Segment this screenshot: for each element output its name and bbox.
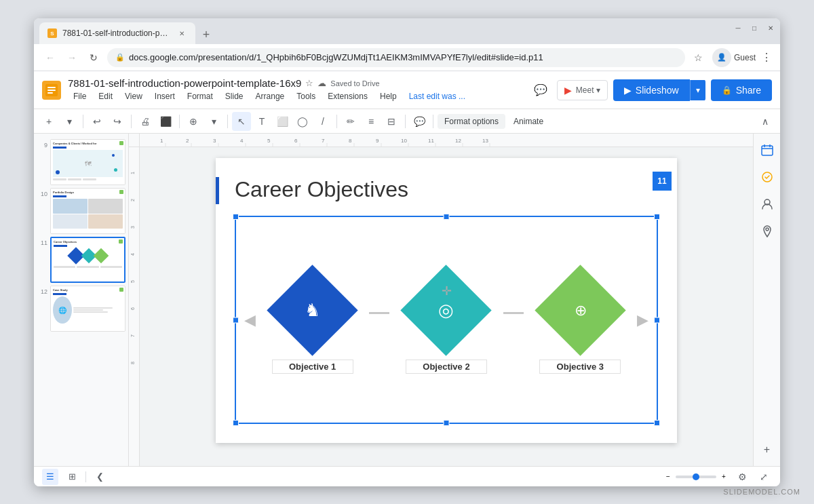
sidebar-calendar-icon[interactable] — [756, 139, 778, 161]
layout-button[interactable]: ⊟ — [382, 112, 401, 131]
comments-button[interactable]: 💬 — [530, 79, 551, 101]
meet-button[interactable]: ▶ Meet ▾ — [557, 80, 608, 100]
minimize-button[interactable]: ─ — [734, 24, 742, 32]
objective-1: ♞ Objective 1 — [265, 266, 360, 374]
meet-icon: ▶ — [564, 85, 572, 96]
expand-button[interactable]: ⤢ — [756, 469, 772, 485]
pen-button[interactable]: ✏ — [341, 112, 360, 131]
slide-panel: 9 Companies & Clients / Worked for 🗺 — [34, 134, 129, 466]
slideshow-button[interactable]: ▶ Slideshow — [613, 79, 690, 101]
toolbar-separator-3 — [179, 115, 180, 128]
diamond-wrapper-3: ⊕ — [532, 266, 627, 354]
menu-arrange[interactable]: Arrange — [250, 90, 290, 102]
sidebar-maps-icon[interactable] — [756, 220, 778, 242]
url-bar[interactable]: 🔒 docs.google.com/presentation/d/1_QHpbi… — [107, 48, 685, 67]
format-options-button[interactable]: Format options — [438, 114, 505, 129]
tab-bar: S 7881-01-self-introduction-powe... ✕ + … — [34, 18, 780, 44]
toolbar-separator-2 — [131, 115, 132, 128]
zoom-slider[interactable] — [676, 476, 716, 478]
star-icon[interactable]: ☆ — [305, 78, 313, 88]
slideshow-dropdown-button[interactable]: ▾ — [690, 80, 705, 100]
svg-point-44 — [766, 228, 769, 231]
vertical-ruler: 1 2 3 4 5 6 7 8 — [129, 147, 140, 466]
maximize-button[interactable]: □ — [750, 24, 758, 32]
settings-button[interactable]: ⚙ — [734, 469, 750, 485]
menu-insert[interactable]: Insert — [149, 90, 180, 102]
align-button[interactable]: ≡ — [362, 112, 381, 131]
ruler-marks: 1 2 3 4 5 6 7 8 9 10 11 12 13 — [140, 134, 753, 147]
tab-close-button[interactable]: ✕ — [176, 28, 187, 39]
chess-icon: ♞ — [305, 300, 320, 321]
animate-label: Animate — [513, 117, 543, 126]
target-icon: ◎ — [438, 300, 454, 321]
browser-actions: ☆ 👤 Guest ⋮ — [691, 48, 772, 67]
text-button[interactable]: T — [252, 112, 271, 131]
menu-view[interactable]: View — [119, 90, 148, 102]
menu-tools[interactable]: Tools — [291, 90, 321, 102]
comment-button[interactable]: 💬 — [410, 112, 429, 131]
share-button[interactable]: 🔒 Share — [711, 79, 772, 101]
guest-label: Guest — [734, 53, 756, 62]
zoom-button[interactable]: ⊕ — [184, 112, 203, 131]
diamond-wrapper-1: ♞ — [265, 266, 360, 354]
slide-thumb-9[interactable]: Companies & Clients / Worked for 🗺 — [50, 139, 125, 185]
slide-thumb-10[interactable]: Portfolio Design — [50, 188, 125, 234]
slideshow-group: ▶ Slideshow ▾ — [613, 79, 705, 101]
canvas-area[interactable]: Career Objectives 11 — [140, 147, 753, 466]
zoom-out-button[interactable]: − — [663, 472, 673, 482]
bookmark-icon[interactable]: ☆ — [691, 50, 707, 66]
animate-button[interactable]: Animate — [507, 114, 550, 129]
sidebar-add-button[interactable]: + — [756, 439, 778, 461]
browser-menu-button[interactable]: ⋮ — [761, 51, 772, 64]
zoom-dropdown[interactable]: ▾ — [204, 112, 223, 131]
paint-format-button[interactable]: ⬛ — [156, 112, 175, 131]
toolbar: + ▾ ↩ ↪ 🖨 ⬛ ⊕ ▾ ↖ T ⬜ ◯ / ✏ ≡ ⊟ 💬 Format… — [34, 109, 780, 134]
close-button[interactable]: ✕ — [767, 24, 775, 32]
image-button[interactable]: ⬜ — [273, 112, 292, 131]
share-lock-icon: 🔒 — [722, 85, 732, 95]
zoom-in-button[interactable]: + — [719, 472, 729, 482]
bottom-bar: ☰ ⊞ ❮ − + ⚙ ⤢ — [34, 466, 780, 486]
menu-help[interactable]: Help — [374, 90, 402, 102]
menu-extensions[interactable]: Extensions — [322, 90, 373, 102]
menu-file[interactable]: File — [68, 90, 92, 102]
undo-button[interactable]: ↩ — [88, 112, 106, 131]
redo-button[interactable]: ↪ — [108, 112, 127, 131]
profile-button[interactable]: 👤 — [712, 48, 731, 67]
lock-icon: 🔒 — [115, 53, 125, 62]
toolbar-separator-6 — [405, 115, 406, 128]
menu-format[interactable]: Format — [182, 90, 218, 102]
line-button[interactable]: / — [313, 112, 332, 131]
grid-view-button[interactable]: ⊞ — [64, 469, 80, 485]
slide-thumb-12[interactable]: Case Study 🌐 — [50, 286, 125, 332]
forward-button[interactable]: → — [64, 50, 80, 66]
toolbar-right: ∧ — [756, 112, 775, 131]
collapse-toolbar-button[interactable]: ∧ — [756, 112, 775, 131]
active-tab[interactable]: S 7881-01-self-introduction-powe... ✕ — [39, 22, 195, 44]
cursor-button[interactable]: ↖ — [232, 112, 251, 131]
menu-edit[interactable]: Edit — [93, 90, 118, 102]
svg-text:3: 3 — [130, 226, 135, 229]
shapes-button[interactable]: ◯ — [293, 112, 312, 131]
diamond-3: ⊕ — [535, 265, 625, 355]
print-button[interactable]: 🖨 — [136, 112, 155, 131]
doc-info: 7881-01-self-introduction-powerpoint-tem… — [68, 77, 523, 102]
sidebar-contacts-icon[interactable] — [756, 193, 778, 215]
back-button[interactable]: ← — [42, 50, 58, 66]
slide-thumb-11[interactable]: Career Objectives — [50, 237, 125, 283]
collapse-panel-button[interactable]: ❮ — [92, 469, 108, 485]
slide-thumb-container-11: 11 Career Objectives — [37, 237, 125, 283]
profile-area[interactable]: 👤 Guest — [712, 48, 756, 67]
menu-last-edit[interactable]: Last edit was ... — [404, 90, 471, 102]
toolbar-separator-5 — [336, 115, 337, 128]
svg-text:6: 6 — [294, 138, 298, 144]
sidebar-tasks-icon[interactable] — [756, 166, 778, 188]
list-view-button[interactable]: ☰ — [42, 469, 58, 485]
objectives-diagram[interactable]: ✛ ◀ ♞ Objective 1 — [235, 216, 658, 424]
insert-button[interactable]: + — [39, 112, 58, 131]
svg-rect-2 — [47, 90, 56, 91]
reload-button[interactable]: ↻ — [85, 50, 102, 66]
menu-slide[interactable]: Slide — [220, 90, 249, 102]
insert-dropdown[interactable]: ▾ — [60, 112, 79, 131]
new-tab-button[interactable]: + — [197, 25, 216, 44]
